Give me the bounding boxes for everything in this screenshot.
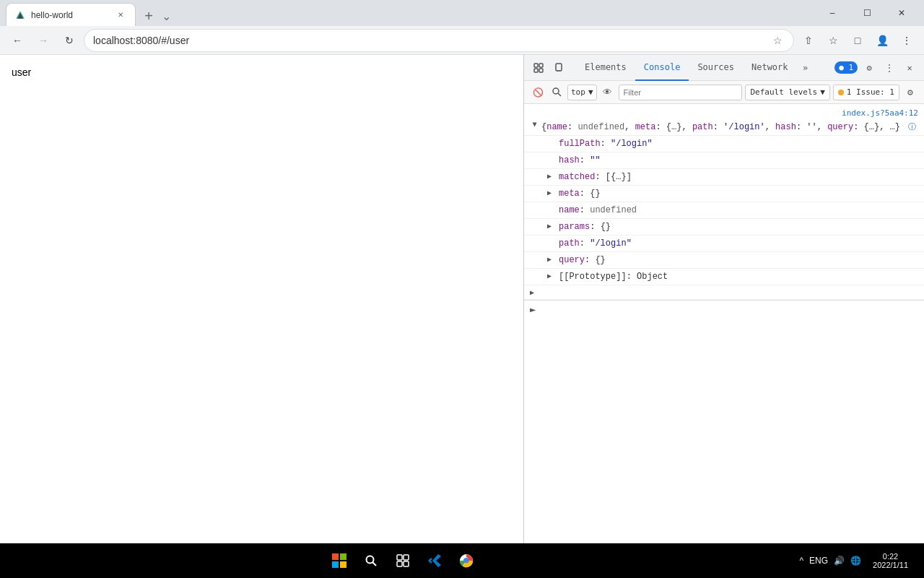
prompt-arrow-icon: ► — [530, 303, 536, 315]
tab-sources[interactable]: Sources — [689, 55, 743, 81]
window-controls: – ☐ ✕ — [816, 1, 918, 25]
tab-search-icon[interactable]: □ — [846, 29, 869, 52]
show-desktop-button[interactable] — [914, 546, 918, 575]
expand-prototype-toggle[interactable]: ▶ — [547, 271, 556, 282]
svg-rect-3 — [539, 64, 543, 67]
clear-console-button[interactable]: 🚫 — [530, 85, 546, 100]
console-property-fullpath: fullPath: "/login" — [524, 136, 924, 152]
console-output: index.js?5aa4:12 ▶ {name: undefined, met… — [524, 104, 924, 543]
svg-rect-20 — [404, 561, 409, 566]
svg-rect-13 — [332, 561, 339, 568]
svg-line-10 — [558, 93, 561, 96]
menu-icon[interactable]: ⋮ — [895, 29, 918, 52]
search-taskbar-button[interactable] — [358, 548, 384, 574]
console-property-params: ▶ params: {} — [524, 219, 924, 236]
system-tray: ^ ENG 🔊 🌐 — [799, 556, 861, 566]
tab-console[interactable]: Console — [635, 55, 689, 81]
minimize-button[interactable]: – — [816, 1, 849, 25]
taskbar: ^ ENG 🔊 🌐 0:22 2022/1/11 — [0, 543, 924, 578]
reload-button[interactable]: ↻ — [58, 29, 81, 52]
console-property-name: name: undefined — [524, 202, 924, 219]
svg-point-8 — [559, 70, 559, 71]
clock-date: 2022/1/11 — [873, 561, 908, 569]
system-tray-expand-icon[interactable]: ^ — [799, 556, 803, 566]
active-tab[interactable]: hello-world ✕ — [6, 3, 136, 26]
console-settings-icon[interactable]: ⚙ — [902, 85, 918, 100]
network-icon[interactable]: 🌐 — [850, 556, 861, 566]
console-property-prototype: ▶ [[Prototype]]: Object — [524, 269, 924, 285]
svg-rect-18 — [404, 555, 409, 560]
console-filter-icon[interactable] — [549, 85, 565, 100]
close-button[interactable]: ✕ — [885, 1, 918, 25]
taskbar-right: ^ ENG 🔊 🌐 0:22 2022/1/11 — [799, 546, 918, 575]
expand-meta-toggle[interactable]: ▶ — [547, 188, 556, 199]
svg-rect-2 — [534, 64, 538, 67]
tab-menu-button[interactable]: ⌄ — [159, 6, 173, 26]
address-bar[interactable]: localhost:8080/#/user ☆ — [84, 29, 794, 52]
share-icon[interactable]: ⇧ — [797, 29, 820, 52]
close-devtools-button[interactable]: ✕ — [901, 59, 918, 77]
console-filter-input[interactable] — [619, 85, 743, 100]
forward-button[interactable]: → — [32, 29, 55, 52]
issues-count: ● — [839, 63, 848, 72]
svg-rect-14 — [340, 561, 346, 568]
log-levels-button[interactable]: Default levels ▼ — [745, 85, 829, 100]
console-entry-2: ▶ — [524, 285, 924, 300]
svg-point-23 — [464, 558, 468, 563]
chrome-taskbar-icon[interactable] — [453, 548, 479, 574]
device-mode-icon[interactable] — [550, 59, 567, 77]
inspect-element-icon[interactable] — [530, 59, 547, 77]
taskbar-center — [6, 548, 799, 574]
task-view-button[interactable] — [390, 548, 416, 574]
tab-bar: hello-world ✕ + ⌄ — [6, 0, 813, 26]
expand-toggle[interactable]: ▶ — [529, 123, 540, 131]
main-area: user Elements Co — [0, 55, 924, 543]
svg-rect-19 — [397, 561, 402, 566]
start-button[interactable] — [326, 548, 352, 574]
console-toolbar: 🚫 top ▼ 👁 Default levels ▼ 1 Issue: 1 — [524, 81, 924, 104]
console-input[interactable] — [541, 304, 918, 314]
issues-counter-button[interactable]: 1 Issue: 1 — [833, 85, 899, 100]
devtools-header: Elements Console Sources Network » ● — [524, 55, 924, 81]
expand-toggle-2[interactable]: ▶ — [530, 288, 539, 298]
nav-bar: ← → ↻ localhost:8080/#/user ☆ ⇧ ☆ □ 👤 ⋮ — [0, 26, 924, 55]
console-property-matched: ▶ matched: [{…}] — [524, 169, 924, 186]
page-content: user — [0, 55, 523, 543]
svg-rect-17 — [397, 555, 402, 560]
issue-dot-icon — [838, 90, 844, 95]
bookmark-star-icon[interactable]: ☆ — [821, 29, 845, 52]
profile-icon[interactable]: 👤 — [871, 29, 894, 52]
page-user-text: user — [12, 66, 31, 78]
new-tab-button[interactable]: + — [139, 6, 159, 26]
settings-icon[interactable]: ⚙ — [860, 59, 878, 77]
tab-network[interactable]: Network — [743, 55, 797, 81]
volume-icon[interactable]: 🔊 — [834, 556, 845, 566]
console-property-hash: hash: "" — [524, 152, 924, 169]
svg-rect-4 — [534, 69, 538, 72]
info-icon[interactable]: ⓘ — [908, 123, 916, 131]
more-tabs-button[interactable]: » — [797, 59, 814, 77]
console-source-link[interactable]: index.js?5aa4:12 — [524, 107, 924, 119]
address-icons: ☆ — [770, 33, 785, 48]
address-text: localhost:8080/#/user — [93, 35, 764, 46]
expand-query-toggle[interactable]: ▶ — [547, 254, 556, 265]
devtools-header-right: ● 1 ⚙ ⋮ ✕ — [834, 59, 918, 77]
issues-badge[interactable]: ● 1 — [834, 61, 858, 74]
console-property-meta: ▶ meta: {} — [524, 186, 924, 202]
close-tab-button[interactable]: ✕ — [115, 9, 126, 21]
live-expressions-icon[interactable]: 👁 — [600, 85, 616, 100]
back-button[interactable]: ← — [6, 29, 29, 52]
maximize-button[interactable]: ☐ — [850, 1, 884, 25]
top-context-selector[interactable]: top ▼ — [567, 85, 597, 100]
language-indicator: ENG — [809, 556, 828, 566]
overflow-menu-icon[interactable]: ⋮ — [881, 59, 898, 77]
nav-actions: ⇧ ☆ □ 👤 ⋮ — [797, 29, 918, 52]
taskbar-clock[interactable]: 0:22 2022/1/11 — [873, 552, 908, 569]
expand-matched-toggle[interactable]: ▶ — [547, 171, 556, 182]
bookmark-icon[interactable]: ☆ — [770, 33, 785, 48]
vscode-taskbar-icon[interactable] — [422, 548, 448, 574]
tab-elements[interactable]: Elements — [576, 55, 635, 81]
clock-time: 0:22 — [873, 552, 908, 561]
expand-params-toggle[interactable]: ▶ — [547, 221, 556, 232]
devtools-icons — [530, 59, 567, 77]
